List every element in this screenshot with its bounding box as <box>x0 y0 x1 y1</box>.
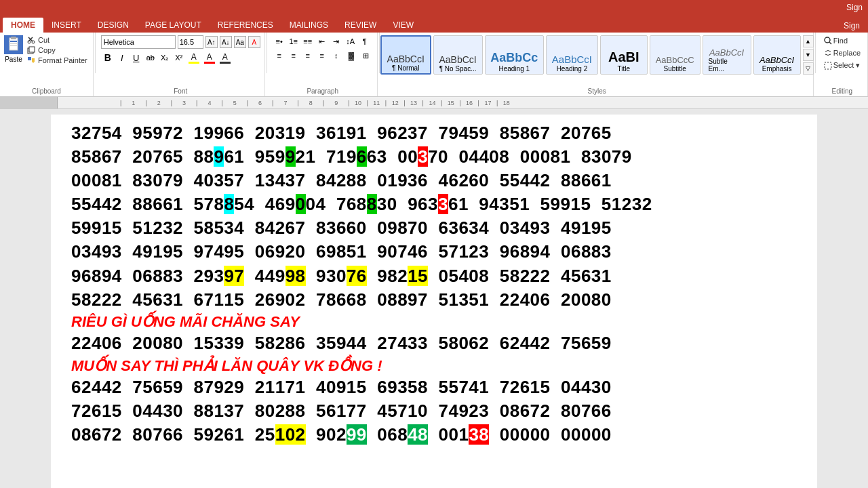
replace-button[interactable]: Replace <box>821 47 863 58</box>
find-label: Find <box>833 37 848 45</box>
increase-indent[interactable]: ⇥ <box>330 35 343 47</box>
align-left[interactable]: ≡ <box>273 49 286 62</box>
text-line-8: 58222 45631 67115 26902 78668 08897 5135… <box>71 288 797 312</box>
line-spacing[interactable]: ↕ <box>330 49 343 62</box>
replace-label: Replace <box>833 49 861 57</box>
para-row1: ≡• 1≡ ≡≡ ⇤ ⇥ ↕A ¶ <box>273 35 373 47</box>
tab-page-layout[interactable]: PAGE LAYOUT <box>137 18 210 33</box>
style-emphasis[interactable]: AaBbCcI Emphasis <box>753 35 801 75</box>
font-name-input[interactable] <box>101 35 176 49</box>
style-title-label: Title <box>618 65 631 73</box>
multilevel-list[interactable]: ≡≡ <box>301 35 315 47</box>
svg-point-6 <box>32 41 35 43</box>
strikethrough-button[interactable]: ab <box>144 51 157 64</box>
para-row2: ≡ ≡ ≡ ≡ ↕ ▓ ⊞ <box>273 49 373 62</box>
svg-rect-9 <box>28 57 31 60</box>
tab-home[interactable]: HOME <box>3 18 43 33</box>
highlight-yellow-2: 98 <box>285 266 306 286</box>
shading-color[interactable]: A <box>218 52 233 64</box>
format-painter-label: Format Painter <box>38 56 87 64</box>
tab-references[interactable]: REFERENCES <box>210 18 281 33</box>
style-scroll-down[interactable]: ▼ <box>803 49 814 61</box>
style-no-space[interactable]: AaBbCcI ¶ No Spac... <box>433 35 483 75</box>
show-formatting[interactable]: ¶ <box>358 35 372 47</box>
shading-button[interactable]: ▓ <box>344 52 359 60</box>
cut-button[interactable]: Cut <box>26 35 89 45</box>
svg-rect-1 <box>11 37 16 39</box>
style-subtitle-preview: AaBbCcC <box>656 55 694 65</box>
tab-view[interactable]: VIEW <box>384 18 422 33</box>
highlight-red-1: 3 <box>418 146 428 167</box>
sign-tab[interactable]: Sign <box>835 19 868 33</box>
style-h2-preview: AaBbCcI <box>552 54 592 65</box>
font-row1: A↑ A↓ Aa A <box>101 35 260 49</box>
justify[interactable]: ≡ <box>315 49 329 62</box>
style-title[interactable]: AaBI Title <box>600 35 648 75</box>
font-color[interactable]: A <box>202 52 217 64</box>
divider-1 <box>95 33 96 73</box>
style-scroll-up[interactable]: ▲ <box>803 35 814 47</box>
highlight-red-2: 3 <box>438 194 448 214</box>
style-h2-label: Heading 2 <box>557 65 588 73</box>
font-size-decrease[interactable]: A↓ <box>220 36 232 48</box>
tab-insert[interactable]: INSERT <box>43 18 90 33</box>
tab-mailings[interactable]: MAILINGS <box>281 18 336 33</box>
paste-icon <box>4 35 23 54</box>
tab-review[interactable]: REVIEW <box>336 18 384 33</box>
divider-3 <box>379 33 380 73</box>
highlight-green-3: 0 <box>296 194 306 214</box>
superscript-button[interactable]: X² <box>172 51 186 64</box>
find-button[interactable]: Find <box>821 35 863 46</box>
tab-design[interactable]: DESIGN <box>90 18 137 33</box>
text-line-11: 72615 04430 88137 80288 56177 45710 7492… <box>71 399 797 423</box>
style-heading2[interactable]: AaBbCcI Heading 2 <box>546 35 598 75</box>
paste-label[interactable]: Paste <box>5 56 22 63</box>
bullets-button[interactable]: ≡• <box>273 35 286 47</box>
text-line-3: 00081 83079 40357 13437 84288 01936 4626… <box>71 169 797 192</box>
highlight-green-2: 6 <box>357 146 367 167</box>
numbering-button[interactable]: 1≡ <box>287 35 300 47</box>
editing-label: Editing <box>832 86 853 95</box>
underline-button[interactable]: U <box>130 51 143 64</box>
subscript-button[interactable]: X₂ <box>158 51 172 64</box>
font-row2: B I U ab X₂ X² A A A <box>101 51 260 64</box>
style-h1-label: Heading 1 <box>498 65 530 73</box>
document-page[interactable]: 32754 95972 19966 20319 36191 96237 7945… <box>51 115 817 488</box>
decrease-indent[interactable]: ⇤ <box>315 35 329 47</box>
style-expand[interactable]: ▽ <box>803 62 814 75</box>
align-center[interactable]: ≡ <box>287 49 300 62</box>
paragraph-label: Paragraph <box>307 86 338 95</box>
sort-button[interactable]: ↕A <box>344 35 357 47</box>
editing-buttons: Find Replace Select ▾ <box>821 35 863 71</box>
bold-button[interactable]: B <box>101 51 115 64</box>
select-button[interactable]: Select ▾ <box>821 60 863 71</box>
ruler: | 1 | 2 | 3 | 4 | 5 | 6 | 7 | 8 | 9 | 10… <box>0 97 868 109</box>
para-controls: ≡• 1≡ ≡≡ ⇤ ⇥ ↕A ¶ ≡ ≡ ≡ ≡ ↕ ▓ <box>273 35 373 62</box>
style-subtle-em[interactable]: AaBbCcI Subtle Em... <box>703 35 751 75</box>
text-line-5: 59915 51232 58534 84267 83660 09870 6363… <box>71 216 797 240</box>
text-line-6: 03493 49195 97495 06920 69851 90746 5712… <box>71 240 797 264</box>
document-area: 32754 95972 19966 20319 36191 96237 7945… <box>0 109 868 488</box>
clear-formatting-button[interactable]: A <box>248 36 260 48</box>
ribbon: Paste Cut Copy Format Painter <box>0 33 868 97</box>
copy-button[interactable]: Copy <box>26 45 89 55</box>
font-size-input[interactable] <box>178 35 203 49</box>
font-label: Font <box>174 86 187 95</box>
sign-label[interactable]: Sign <box>846 3 863 12</box>
borders-button[interactable]: ⊞ <box>359 49 373 62</box>
paragraph-group: ≡• 1≡ ≡≡ ⇤ ⇥ ↕A ¶ ≡ ≡ ≡ ≡ ↕ ▓ <box>269 33 378 96</box>
style-nospace-preview: AaBbCcI <box>439 54 476 65</box>
style-heading1[interactable]: AaBbCc Heading 1 <box>485 35 545 75</box>
font-size-increase[interactable]: A↑ <box>205 36 218 48</box>
viet-line-1: RIÊU GÌ UỐNG MÃI CHĂNG SAY <box>71 312 797 332</box>
style-subtitle[interactable]: AaBbCcC Subtitle <box>650 35 701 75</box>
text-highlight-color[interactable]: A <box>186 52 201 64</box>
svg-rect-3 <box>10 43 17 44</box>
highlight-green-5: 99 <box>347 424 367 445</box>
format-painter-button[interactable]: Format Painter <box>26 56 89 65</box>
highlight-cyan-1: 9 <box>214 146 224 167</box>
style-normal[interactable]: AaBbCcI ¶ Normal <box>380 35 431 75</box>
change-case-button[interactable]: Aa <box>234 36 246 48</box>
italic-button[interactable]: I <box>115 51 129 64</box>
align-right[interactable]: ≡ <box>301 49 315 62</box>
